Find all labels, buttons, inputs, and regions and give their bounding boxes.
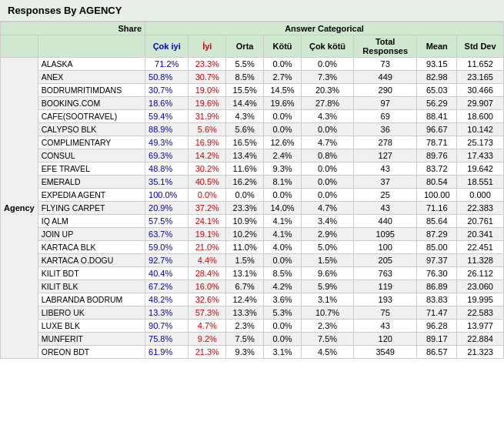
share-header: Share	[1, 22, 145, 35]
table-row: KARTACA O.DOGU92.7%4.4%1.5%0.0%1.5%20597…	[1, 254, 504, 267]
data-cell: 5.3%	[264, 306, 302, 320]
data-cell: 8.1%	[264, 176, 302, 189]
agency-name: EFE TRAVEL	[38, 162, 145, 176]
page-title: Responses By AGENCY	[0, 0, 504, 22]
data-cell: 36	[354, 123, 417, 136]
data-cell: 80.54	[417, 176, 457, 189]
data-cell: 127	[354, 149, 417, 162]
data-cell: 0.0%	[301, 162, 353, 176]
data-cell: 89.76	[417, 149, 457, 162]
data-cell: 35.1%	[145, 176, 189, 189]
data-cell: 0.0%	[301, 176, 353, 189]
table-row: MUNFERIT75.8%9.2%7.5%0.0%7.5%12089.1722.…	[1, 333, 504, 346]
data-cell: 16.0%	[189, 280, 226, 293]
data-cell: 14.4%	[226, 97, 264, 110]
data-cell: 93.15	[417, 58, 457, 71]
agency-name: CALYPSO BLK	[38, 123, 145, 136]
data-cell: 20.341	[457, 228, 504, 241]
data-cell: 16.2%	[226, 176, 264, 189]
data-cell: 1.5%	[301, 254, 353, 267]
data-cell: 7.3%	[301, 71, 353, 84]
data-cell: 3.1%	[264, 346, 302, 359]
data-cell: 7.5%	[301, 333, 353, 346]
data-cell: 43	[354, 320, 417, 333]
data-cell: 43	[354, 162, 417, 176]
agency-name: ANEX	[38, 71, 145, 84]
data-cell: 4.5%	[301, 346, 353, 359]
data-cell: 2.7%	[264, 71, 302, 84]
data-cell: 13.3%	[226, 306, 264, 320]
agency-cell: Agency	[1, 58, 38, 359]
data-cell: 290	[354, 84, 417, 97]
data-cell: 87.29	[417, 228, 457, 241]
data-cell: 19.642	[457, 162, 504, 176]
data-cell: 0.8%	[301, 149, 353, 162]
agency-name: IQ ALM	[38, 215, 145, 228]
data-cell: 96.67	[417, 123, 457, 136]
data-cell: 0.0%	[264, 123, 302, 136]
data-cell: 4.2%	[264, 280, 302, 293]
col-header-7: Std Dev	[457, 35, 504, 58]
table-row: KARTACA BLK59.0%21.0%11.0%4.0%5.0%10085.…	[1, 241, 504, 254]
data-cell: 10.142	[457, 123, 504, 136]
data-cell: 43	[354, 202, 417, 215]
data-cell: 9.3%	[264, 162, 302, 176]
answer-categorical-header: Answer Categorical	[145, 22, 504, 35]
data-cell: 20.761	[457, 215, 504, 228]
data-cell: 2.3%	[301, 320, 353, 333]
data-cell: 5.9%	[301, 280, 353, 293]
agency-name: BODRUMRITIMDANS	[38, 84, 145, 97]
data-cell: 11.652	[457, 58, 504, 71]
table-row: FLYING CARPET20.9%37.2%23.3%14.0%4.7%437…	[1, 202, 504, 215]
col-header-0: Çok iyi	[145, 35, 189, 58]
data-cell: 10.2%	[226, 228, 264, 241]
data-cell: 20.9%	[145, 202, 189, 215]
data-cell: 86.89	[417, 280, 457, 293]
data-cell: 71.16	[417, 202, 457, 215]
data-cell: 85.64	[417, 215, 457, 228]
data-cell: 0.0%	[264, 320, 302, 333]
data-cell: 83.72	[417, 162, 457, 176]
table-row: BODRUMRITIMDANS30.7%19.0%15.5%14.5%20.3%…	[1, 84, 504, 97]
data-cell: 14.5%	[264, 84, 302, 97]
data-cell: 4.7%	[301, 136, 353, 149]
data-cell: 83.83	[417, 293, 457, 306]
table-row: EXPEDIA AGENT100.0%0.0%0.0%0.0%0.0%25100…	[1, 189, 504, 202]
data-cell: 20.3%	[301, 84, 353, 97]
data-cell: 8.5%	[226, 71, 264, 84]
table-row: JOIN UP63.7%19.1%10.2%4.1%2.9%109587.292…	[1, 228, 504, 241]
data-cell: 0.0%	[301, 189, 353, 202]
data-cell: 40.4%	[145, 267, 189, 280]
data-cell: 5.5%	[226, 58, 264, 71]
data-cell: 0.0%	[264, 189, 302, 202]
data-cell: 75.8%	[145, 333, 189, 346]
data-cell: 56.29	[417, 97, 457, 110]
agency-name: KILIT BLK	[38, 280, 145, 293]
data-cell: 85.00	[417, 241, 457, 254]
data-cell: 5.0%	[301, 241, 353, 254]
data-cell: 50.8%	[145, 71, 189, 84]
table-row: BOOKING.COM18.6%19.6%14.4%19.6%27.8%9756…	[1, 97, 504, 110]
data-cell: 88.9%	[145, 123, 189, 136]
data-cell: 96.28	[417, 320, 457, 333]
data-cell: 22.383	[457, 202, 504, 215]
data-cell: 3.6%	[264, 293, 302, 306]
data-cell: 11.0%	[226, 241, 264, 254]
data-cell: 18.6%	[145, 97, 189, 110]
table-row: CAFE(SOOTRAVEL)59.4%31.9%4.3%0.0%4.3%698…	[1, 110, 504, 123]
data-cell: 119	[354, 280, 417, 293]
data-cell: 23.165	[457, 71, 504, 84]
data-cell: 65.03	[417, 84, 457, 97]
data-cell: 9.3%	[226, 346, 264, 359]
data-cell: 49.3%	[145, 136, 189, 149]
data-cell: 21.323	[457, 346, 504, 359]
data-cell: 19.6%	[264, 97, 302, 110]
data-cell: 22.884	[457, 333, 504, 346]
data-cell: 48.8%	[145, 162, 189, 176]
agency-name: LIBERO UK	[38, 306, 145, 320]
table-row: CONSUL69.3%14.2%13.4%2.4%0.8%12789.7617.…	[1, 149, 504, 162]
table-row: AgencyALASKA71.2%23.3%5.5%0.0%0.0%7393.1…	[1, 58, 504, 71]
data-cell: 4.1%	[264, 215, 302, 228]
data-cell: 25	[354, 189, 417, 202]
agency-col-header	[1, 35, 38, 58]
